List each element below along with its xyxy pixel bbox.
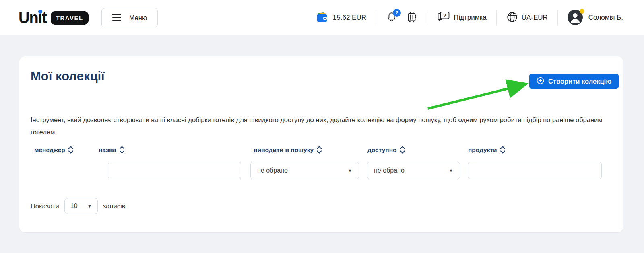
create-collection-label: Створити колекцію (548, 78, 611, 85)
locale-label: UA-EUR (522, 14, 548, 22)
column-header-available[interactable]: доступно (367, 146, 405, 154)
trips-button[interactable] (406, 11, 417, 25)
page-body: Мої колекції Створити колекцію Інструмен… (0, 56, 644, 232)
sort-icon (400, 146, 405, 154)
page-size-select[interactable]: 10 ▼ (64, 198, 98, 214)
hamburger-icon (112, 14, 121, 21)
plus-circle-icon (537, 77, 544, 86)
divider (496, 10, 497, 25)
presence-dot-icon (580, 9, 584, 14)
divider (376, 10, 376, 25)
show-in-search-select[interactable]: не обрано ▼ (250, 162, 359, 179)
support-button[interactable]: ? Підтримка (437, 11, 487, 25)
page-description: Інструмент, який дозволяє створювати ваш… (31, 114, 609, 138)
support-label: Підтримка (454, 14, 487, 22)
column-header-name[interactable]: назва (99, 146, 125, 154)
brand-name: Unit (19, 9, 47, 27)
support-chat-icon: ? (437, 11, 450, 25)
column-header-show-in-search[interactable]: виводити в пошуку (254, 146, 322, 154)
sort-icon (68, 146, 74, 154)
wallet-icon (316, 12, 328, 24)
sort-icon (316, 146, 322, 154)
brand-badge: TRAVEL (51, 11, 89, 25)
brand-dot-icon (38, 10, 42, 14)
chevron-down-icon: ▼ (87, 204, 92, 208)
locale-currency-selector[interactable]: UA-EUR (506, 11, 548, 25)
notifications-button[interactable]: 2 (386, 11, 397, 24)
chevron-down-icon: ▼ (449, 168, 453, 173)
annotation-arrow (423, 78, 536, 115)
navbar-right: 15.62 EUR 2 (316, 10, 623, 26)
notifications-count-badge: 2 (393, 9, 401, 17)
globe-icon (506, 11, 518, 25)
page-size-control: Показати 10 ▼ записів (31, 198, 125, 214)
records-label: записів (103, 202, 126, 210)
menu-button-label: Меню (129, 14, 147, 22)
available-select[interactable]: не обрано ▼ (367, 162, 460, 179)
navbar: Unit TRAVEL Меню 15.62 EUR (0, 0, 644, 35)
column-header-manager[interactable]: менеджер (34, 146, 74, 154)
luggage-icon (406, 11, 417, 25)
collections-card: Мої колекції Створити колекцію Інструмен… (19, 56, 623, 232)
create-collection-button[interactable]: Створити колекцію (529, 74, 619, 89)
wallet-balance[interactable]: 15.62 EUR (316, 12, 366, 24)
sort-icon (119, 146, 125, 154)
user-name: Соломія Б. (588, 14, 623, 22)
column-header-products[interactable]: продукти (468, 146, 506, 154)
brand-logo[interactable]: Unit TRAVEL (19, 9, 89, 27)
sort-icon (500, 146, 506, 154)
products-filter-input[interactable] (468, 162, 602, 179)
divider (557, 10, 558, 25)
divider (427, 10, 427, 25)
menu-button[interactable]: Меню (101, 8, 158, 27)
name-filter-input[interactable] (108, 162, 242, 179)
page-title: Мої колекції (31, 69, 105, 84)
balance-amount: 15.62 EUR (333, 14, 366, 22)
user-menu[interactable]: Соломія Б. (568, 10, 623, 26)
chevron-down-icon: ▼ (348, 168, 352, 173)
svg-text:?: ? (443, 13, 446, 19)
show-label: Показати (31, 202, 59, 210)
